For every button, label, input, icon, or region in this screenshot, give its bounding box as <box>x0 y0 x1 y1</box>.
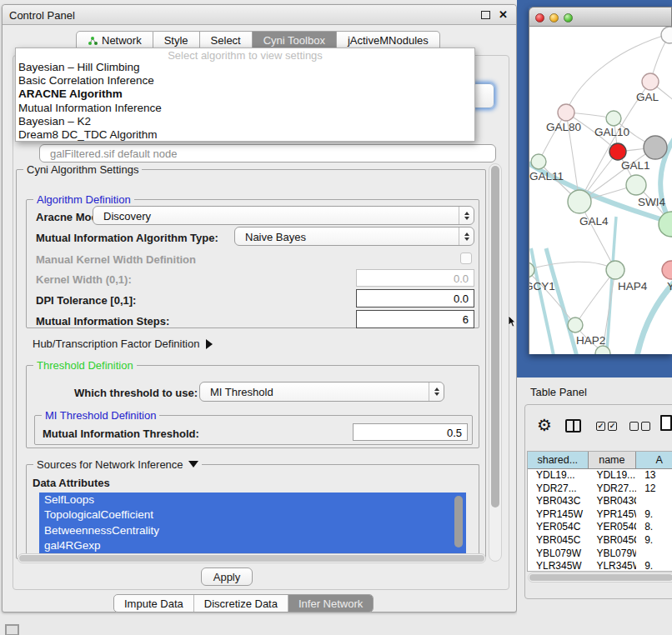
network-node-gal[interactable] <box>642 73 659 90</box>
network-node-gal1[interactable] <box>626 175 646 195</box>
attribute-item-betweennesscentrality[interactable]: BetweennessCentrality <box>39 523 466 538</box>
table-cell: YPR145W <box>528 508 588 522</box>
table-cell: YPR145W <box>588 508 636 522</box>
deselect-all-checkbox-icon[interactable] <box>629 422 639 431</box>
network-node-gal11[interactable] <box>531 154 546 169</box>
table-row[interactable]: YBL079WYBL079W <box>528 548 672 561</box>
table-cell: YDL19... <box>528 469 588 482</box>
table-row[interactable]: YDR27...YDR27...12 <box>528 482 672 496</box>
minimize-traffic-light-icon[interactable] <box>549 13 559 22</box>
select-all-checkbox-icon[interactable]: ✓ <box>608 422 617 431</box>
node-label: HAP2 <box>576 334 605 347</box>
columns-icon[interactable] <box>565 419 581 432</box>
algorithm-select-popup: Select algorithm to view settings Bayesi… <box>15 48 475 142</box>
float-window-icon[interactable] <box>481 11 490 19</box>
table-panel-title: Table Panel <box>530 386 587 398</box>
table-row[interactable]: YDL19...YDL19...13 <box>528 469 672 482</box>
network-node[interactable] <box>644 136 667 159</box>
table-row[interactable]: YBR045CYBR045C9. <box>528 534 672 548</box>
table-cell: YBL079W <box>588 548 636 561</box>
attribute-item-selfloops[interactable]: SelfLoops <box>39 492 466 508</box>
table-row[interactable]: YBR043CYBR043C <box>528 495 672 508</box>
sources-title[interactable]: Sources for Network Inference <box>33 458 202 471</box>
table-row[interactable]: YER054CYER054C8. <box>528 521 672 534</box>
close-icon[interactable]: ✕ <box>499 8 508 21</box>
table-row[interactable]: YPR145WYPR145W9. <box>528 508 672 522</box>
control-panel-titlebar[interactable]: Control Panel ✕ <box>3 5 516 25</box>
network-node-gal4[interactable] <box>568 190 591 213</box>
tab-infer-network[interactable]: Infer Network <box>288 595 373 612</box>
table-horizontal-scrollbar[interactable] <box>528 572 672 582</box>
network-node[interactable] <box>661 27 672 43</box>
table-cell: YBR043C <box>588 495 636 508</box>
hub-definition-toggle[interactable]: Hub/Transcription Factor Definition <box>33 338 213 350</box>
table-panel-section: Table Panel ⚙ ✓ ✓ shared...nameA YDL19..… <box>517 378 672 635</box>
attribute-item-gal4rgexp[interactable]: gal4RGexp <box>39 538 466 553</box>
collapsed-panel-button[interactable] <box>5 624 19 635</box>
apply-button[interactable]: Apply <box>201 568 253 586</box>
mi-algorithm-type-value: Naive Bayes <box>245 231 306 243</box>
hidden-network-combo[interactable]: galFiltered.sif default node <box>39 144 496 162</box>
network-node-gal80[interactable] <box>558 104 574 121</box>
algorithm-item-bayesian-k2[interactable]: Bayesian – K2 <box>16 115 474 128</box>
network-edge <box>606 217 616 354</box>
column-header-shared[interactable]: shared... <box>528 452 589 468</box>
tab-label: Style <box>164 34 188 47</box>
gear-icon[interactable]: ⚙ <box>537 415 552 435</box>
select-all-checkbox-icon[interactable]: ✓ <box>596 422 605 431</box>
network-node[interactable] <box>609 143 626 160</box>
mi-steps-field[interactable]: 6 <box>356 310 474 328</box>
algorithm-item-bayesian-hill-climbing[interactable]: Bayesian – Hill Climbing <box>16 61 474 74</box>
which-threshold-combo[interactable]: MI Threshold <box>199 382 444 402</box>
mi-threshold-title: MI Threshold Definition <box>42 409 159 422</box>
column-header-name[interactable]: name <box>589 452 637 468</box>
mi-algorithm-type-combo[interactable]: Naive Bayes <box>234 227 474 246</box>
vertical-scrollbar[interactable] <box>489 163 502 562</box>
node-label: GAL80 <box>546 121 581 133</box>
network-edge <box>529 262 615 270</box>
algorithm-item-mutual-information-inference[interactable]: Mutual Information Inference <box>16 102 474 115</box>
zoom-traffic-light-icon[interactable] <box>564 13 573 22</box>
column-header-a[interactable]: A <box>636 452 672 468</box>
attribute-list-scrollbar[interactable] <box>454 496 463 548</box>
manual-kernel-width-checkbox[interactable] <box>460 252 472 264</box>
data-attributes-label: Data Attributes <box>33 477 110 489</box>
table-cell: YER054C <box>528 521 588 534</box>
algorithm-item-dream8-dc-tdc-algorithm[interactable]: Dream8 DC_TDC Algorithm <box>16 128 474 142</box>
control-panel-title: Control Panel <box>9 9 75 22</box>
attribute-item-topologicalcoefficient[interactable]: TopologicalCoefficient <box>39 508 466 522</box>
close-traffic-light-icon[interactable] <box>535 13 544 22</box>
kernel-width-field[interactable]: 0.0 <box>356 269 474 287</box>
node-label: GAL <box>636 91 659 103</box>
table-panel: ⚙ ✓ ✓ shared...nameA YDL19...YDL19...13Y… <box>524 404 672 599</box>
network-node-y[interactable] <box>662 261 672 279</box>
dpi-tolerance-label: DPI Tolerance [0,1]: <box>36 294 136 307</box>
dpi-tolerance-field[interactable]: 0.0 <box>356 289 474 308</box>
network-node-hap2[interactable] <box>568 318 583 332</box>
tab-discretize-data[interactable]: Discretize Data <box>193 595 288 612</box>
network-canvas[interactable]: GALGAL80GAL10GAL11GAL1GAL4SWI4GCY1HAP4YH… <box>529 27 672 354</box>
screen: Control Panel ✕ NetworkStyleSelectCyni T… <box>0 0 672 635</box>
node-label: HAP4 <box>618 280 648 292</box>
network-node-gal10[interactable] <box>606 111 621 126</box>
mi-steps-label: Mutual Information Steps: <box>36 315 169 328</box>
data-attributes-list[interactable]: SelfLoopsTopologicalCoefficientBetweenne… <box>39 492 466 553</box>
network-node-swi4[interactable] <box>659 212 672 237</box>
algorithm-item-aracne-algorithm[interactable]: ARACNE Algorithm <box>16 88 474 101</box>
table-cell: YER054C <box>588 521 636 534</box>
aracne-mode-combo[interactable]: Discovery <box>93 206 474 225</box>
mi-threshold-field[interactable]: 0.5 <box>353 423 468 441</box>
table-row[interactable]: YLR345WYLR345W9. <box>528 560 672 572</box>
kernel-width-label: Kernel Width (0,1): <box>36 273 132 286</box>
horizontal-scrollbar[interactable] <box>18 553 486 563</box>
table-cell: YLR345W <box>588 560 636 572</box>
algorithm-item-basic-correlation-inference[interactable]: Basic Correlation Inference <box>16 74 474 88</box>
deselect-all-checkbox-icon[interactable] <box>641 422 650 431</box>
network-node-hap4[interactable] <box>606 261 624 279</box>
chevron-right-icon <box>206 339 213 349</box>
tab-impute-data[interactable]: Impute Data <box>114 595 193 612</box>
network-window-titlebar[interactable] <box>529 7 672 27</box>
document-icon[interactable] <box>660 415 672 431</box>
manual-kernel-width-label: Manual Kernel Width Definition <box>36 253 196 266</box>
aracne-mode-value: Discovery <box>103 210 151 222</box>
